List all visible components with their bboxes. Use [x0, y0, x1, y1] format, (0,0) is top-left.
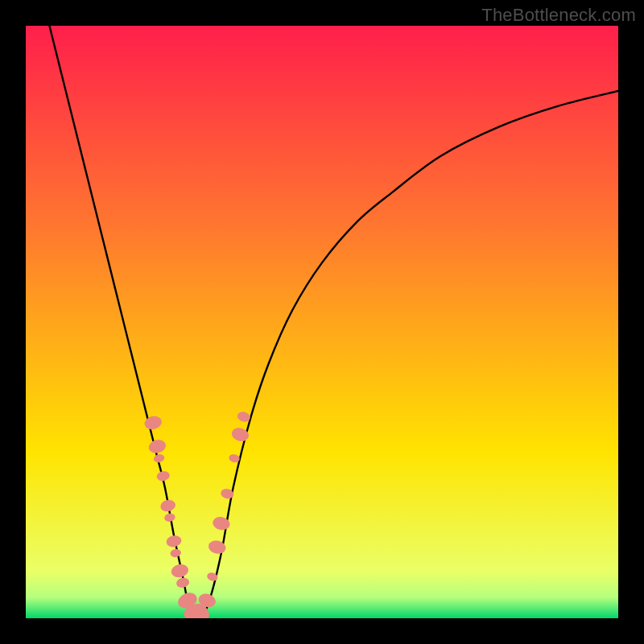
watermark-text: TheBottleneck.com	[481, 5, 636, 26]
chart-svg	[26, 26, 618, 618]
chart-frame: TheBottleneck.com	[0, 0, 644, 644]
plot-area	[26, 26, 618, 618]
